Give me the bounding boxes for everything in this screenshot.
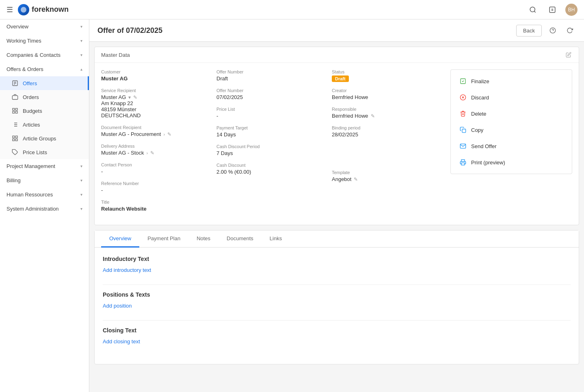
sidebar-item-article-groups[interactable]: Article Groups <box>0 131 89 145</box>
actions-panel-wrapper: Finalize Discard <box>450 69 572 218</box>
chevron-down-icon: ▾ <box>80 192 82 197</box>
finalize-label: Finalize <box>471 78 489 84</box>
delete-icon <box>459 110 467 118</box>
sidebar-item-system-administration[interactable]: System Administration ▾ <box>0 202 89 216</box>
discard-action[interactable]: Discard <box>451 89 572 106</box>
help-icon[interactable] <box>546 3 559 16</box>
chevron-down-icon: ▾ <box>80 178 82 183</box>
service-recipient-address1: Am Knapp 22 <box>101 100 213 106</box>
page-header: Offer of 07/02/2025 Back <box>89 19 584 42</box>
sidebar-item-articles-label: Articles <box>23 122 40 128</box>
sidebar-item-budgets-label: Budgets <box>23 108 42 114</box>
responsible-edit-icon[interactable]: ✎ <box>371 113 375 119</box>
service-recipient-row: Muster AG ▾ ✎ <box>101 94 213 100</box>
delivery-address-edit-icon[interactable]: ✎ <box>150 150 154 156</box>
tab-payment-plan[interactable]: Payment Plan <box>139 230 188 248</box>
sidebar-item-price-lists[interactable]: Price Lists <box>0 145 89 159</box>
avatar[interactable]: BH <box>565 4 578 16</box>
creator-value: Bernfried Howe <box>332 94 444 100</box>
cash-discount-period-value: 7 Days <box>216 150 329 156</box>
document-recipient-edit-icon[interactable]: ✎ <box>167 131 171 137</box>
service-recipient-edit-icon[interactable]: ✎ <box>133 95 137 100</box>
responsible-value: Bernfried Howe <box>332 113 368 119</box>
delete-label: Delete <box>471 111 487 117</box>
svg-rect-19 <box>462 129 466 133</box>
master-data-edit-icon[interactable] <box>565 51 572 58</box>
delete-action[interactable]: Delete <box>451 106 572 122</box>
template-row: Angebot ✎ <box>332 176 444 182</box>
discard-icon <box>459 93 467 101</box>
customer-label: Customer <box>101 69 213 74</box>
refresh-icon[interactable] <box>564 24 576 37</box>
chevron-down-icon: ▾ <box>80 24 82 29</box>
document-recipient-arrow-icon[interactable]: › <box>163 132 165 137</box>
svg-rect-8 <box>13 136 15 138</box>
svg-point-0 <box>530 7 535 12</box>
status-badge: Draft <box>332 75 349 82</box>
sidebar-item-orders[interactable]: Orders <box>0 90 89 104</box>
finalize-action[interactable]: Finalize <box>451 73 572 89</box>
offer-number1-field: Offer Number Draft <box>216 69 329 82</box>
tabs-bar: Overview Payment Plan Notes Documents Li… <box>95 230 579 248</box>
print-preview-action[interactable]: Print (preview) <box>451 154 572 170</box>
back-button[interactable]: Back <box>516 25 542 37</box>
sidebar-item-billing[interactable]: Billing ▾ <box>0 173 89 187</box>
price-list-field: Price List - <box>216 107 329 119</box>
service-recipient-field: Service Recipient Muster AG ▾ ✎ Am Knapp… <box>101 88 213 118</box>
add-position-link[interactable]: Add position <box>103 303 132 309</box>
template-value: Angebot <box>332 176 351 182</box>
divider-2 <box>103 320 571 321</box>
sidebar-item-overview-label: Overview <box>6 24 28 30</box>
help-circle-icon[interactable] <box>547 24 559 37</box>
master-data-inner: Customer Muster AG Service Recipient Mus… <box>101 69 572 218</box>
sidebar-item-project-management[interactable]: Project Management ▾ <box>0 159 89 173</box>
sidebar-item-overview[interactable]: Overview ▾ <box>0 19 89 34</box>
copy-label: Copy <box>471 127 483 133</box>
cash-discount-period-label: Cash Discount Period <box>216 144 329 149</box>
sidebar-item-companies-contacts[interactable]: Companies & Contacts ▾ <box>0 48 89 62</box>
service-recipient-dropdown-icon[interactable]: ▾ <box>128 95 131 100</box>
add-introductory-text-link[interactable]: Add introductory text <box>103 267 151 273</box>
sidebar-item-offers-orders-label: Offers & Orders <box>6 66 43 72</box>
list-icon <box>11 121 19 128</box>
sidebar-item-human-ressources[interactable]: Human Ressources ▾ <box>0 187 89 202</box>
page-title: Offer of 07/02/2025 <box>97 26 162 35</box>
sidebar-item-price-lists-label: Price Lists <box>23 149 47 155</box>
title-field: Title Relaunch Website <box>101 200 213 212</box>
tab-notes[interactable]: Notes <box>188 230 218 248</box>
price-list-label: Price List <box>216 107 329 112</box>
tab-links[interactable]: Links <box>262 230 290 248</box>
app-body: Overview ▾ Working Times ▾ Companies & C… <box>0 19 584 392</box>
binding-period-label: Binding period <box>332 125 444 130</box>
app-logo: foreknown <box>18 4 69 15</box>
template-edit-icon[interactable]: ✎ <box>354 177 358 182</box>
grid-small-icon <box>11 135 19 142</box>
delivery-address-row: Muster AG - Stock › ✎ <box>101 150 213 156</box>
finalize-icon <box>459 77 467 85</box>
sidebar-item-project-management-label: Project Management <box>6 163 55 169</box>
logo-icon <box>18 4 29 15</box>
sidebar-item-working-times[interactable]: Working Times ▾ <box>0 34 89 48</box>
tag-icon <box>11 149 19 156</box>
tab-documents[interactable]: Documents <box>218 230 262 248</box>
delivery-address-value: Muster AG - Stock <box>101 150 144 156</box>
send-offer-action[interactable]: Send Offer <box>451 138 572 154</box>
search-icon[interactable] <box>526 3 539 16</box>
delivery-address-arrow-icon[interactable]: › <box>146 151 148 155</box>
sidebar-item-offers-orders[interactable]: Offers & Orders ▴ <box>0 62 89 76</box>
status-label: Status <box>332 69 444 74</box>
sidebar-item-offers[interactable]: Offers <box>0 76 89 90</box>
sidebar-item-budgets[interactable]: Budgets <box>0 104 89 118</box>
send-offer-label: Send Offer <box>471 143 497 149</box>
creator-field: Creator Bernfried Howe <box>332 88 444 100</box>
offer-number2-value: 07/02/2025 <box>216 94 329 100</box>
add-closing-text-link[interactable]: Add closing text <box>103 338 140 345</box>
copy-action[interactable]: Copy <box>451 122 572 138</box>
sidebar-item-articles[interactable]: Articles <box>0 118 89 131</box>
menu-icon[interactable]: ☰ <box>6 5 13 14</box>
document-recipient-label: Document Recipient <box>101 125 213 130</box>
tab-overview[interactable]: Overview <box>101 230 139 248</box>
svg-rect-1 <box>549 7 555 13</box>
doc-icon <box>11 80 19 87</box>
sidebar-item-offers-label: Offers <box>23 80 37 86</box>
